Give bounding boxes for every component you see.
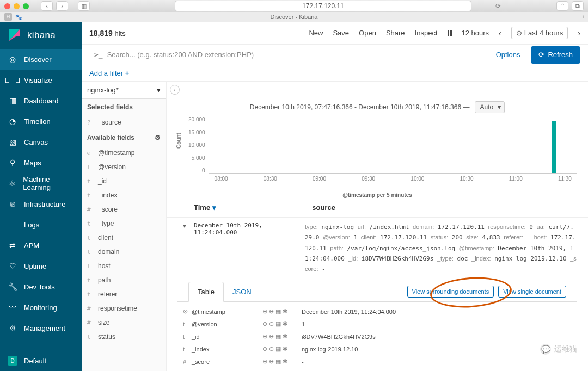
reload-icon[interactable]: ⟳ (495, 2, 501, 10)
wrench-icon: 🔧 (8, 282, 17, 292)
sidebar-item-dashboard[interactable]: ▦Dashboard (0, 90, 82, 111)
sidebar-item-infrastructure[interactable]: ⎚Infrastructure (0, 194, 82, 214)
time-prev-button[interactable]: ‹ (499, 29, 501, 38)
field-host[interactable]: thost (82, 259, 166, 273)
field-responsetime[interactable]: #responsetime (82, 301, 166, 316)
zoom-in-icon[interactable]: ⊕ (262, 345, 267, 353)
zoom-in-icon[interactable]: ⊕ (262, 320, 267, 327)
search-input[interactable]: >_ Search... (e.g. status:200 AND extens… (89, 47, 485, 63)
field-version[interactable]: t@version (82, 160, 166, 174)
new-action[interactable]: New (309, 29, 323, 37)
tabs-icon[interactable]: ⧉ (572, 1, 584, 11)
share-action[interactable]: Share (386, 29, 405, 37)
toggle-column-icon[interactable]: ▦ (275, 333, 281, 340)
inspect-action[interactable]: Inspect (415, 29, 438, 37)
pause-icon[interactable] (448, 30, 452, 36)
field-status[interactable]: tstatus (82, 330, 166, 344)
zoom-out-icon[interactable]: ⊖ (269, 320, 274, 327)
save-action[interactable]: Save (333, 29, 349, 37)
field-referer[interactable]: treferer (82, 287, 166, 301)
options-link[interactable]: Options (491, 51, 526, 59)
collapse-sidebar-button[interactable]: ‹ (170, 85, 180, 95)
field-type-icon: t (87, 263, 94, 270)
field-path[interactable]: tpath (82, 273, 166, 287)
sort-desc-icon[interactable]: ▾ (212, 203, 216, 212)
paw-icon[interactable]: 🐾 (15, 14, 22, 20)
interval-selector[interactable]: Auto ▾ (475, 101, 505, 113)
sidebar-item-timelion[interactable]: ◔Timelion (0, 111, 82, 132)
toggle-column-icon[interactable]: ▦ (275, 358, 281, 365)
field-source[interactable]: ?_source (82, 115, 166, 129)
filter-icon[interactable]: ✱ (283, 333, 287, 340)
expand-row-button[interactable]: ▾ (183, 222, 191, 274)
index-pattern-selector[interactable]: nginx-log*▾ (82, 82, 166, 99)
zoom-out-icon[interactable]: ⊖ (269, 308, 274, 315)
field-score[interactable]: #_score (82, 202, 166, 217)
forward-button[interactable]: › (56, 1, 68, 11)
sidebar-item-discover[interactable]: ◎Discover (0, 49, 82, 70)
sidebar-item-machine-learning[interactable]: ⚛Machine Learning (0, 173, 82, 194)
toggle-column-icon[interactable]: ▦ (275, 345, 281, 353)
view-surrounding-button[interactable]: View surrounding documents (407, 286, 494, 298)
doc-time: December 10th 2019, 11:24:04.000 (191, 222, 305, 274)
close-window-icon[interactable] (4, 3, 10, 9)
field-id[interactable]: t_id (82, 174, 166, 188)
refresh-icon: ⟳ (538, 51, 544, 59)
open-action[interactable]: Open (359, 29, 376, 37)
column-source: _source (308, 203, 335, 212)
back-button[interactable]: ‹ (41, 1, 53, 11)
zoom-in-icon[interactable]: ⊕ (262, 333, 267, 340)
logo[interactable]: kibana (0, 22, 82, 49)
filter-icon[interactable]: ✱ (283, 308, 287, 315)
sidebar-item-dev-tools[interactable]: 🔧Dev Tools (0, 276, 82, 297)
extension-icon[interactable]: H (4, 13, 12, 21)
tab-json[interactable]: JSON (224, 282, 260, 301)
field-domain[interactable]: tdomain (82, 245, 166, 259)
tab-table[interactable]: Table (188, 282, 224, 302)
toggle-column-icon[interactable]: ▦ (275, 308, 281, 315)
sidebar-item-apm[interactable]: ⇄APM (0, 235, 82, 256)
histogram-bar[interactable] (552, 121, 556, 173)
zoom-out-icon[interactable]: ⊖ (269, 345, 274, 353)
new-tab-button[interactable]: + (581, 14, 585, 20)
zoom-out-icon[interactable]: ⊖ (269, 333, 274, 340)
toggle-column-icon[interactable]: ▦ (275, 320, 281, 327)
field-index[interactable]: t_index (82, 188, 166, 202)
time-next-button[interactable]: › (578, 29, 580, 38)
sidebar-item-canvas[interactable]: ▧Canvas (0, 132, 82, 152)
infra-icon: ⎚ (8, 199, 17, 209)
filter-icon[interactable]: ✱ (283, 345, 287, 353)
detail-field-timestamp: ⊙@timestamp⊕⊖▦✱December 10th 2019, 11:24… (183, 305, 572, 318)
time-amount[interactable]: 12 hours (462, 29, 489, 37)
refresh-button[interactable]: ⟳ Refresh (531, 46, 580, 64)
nav-label: Management (24, 324, 65, 332)
field-timestamp[interactable]: ⊙@timestamp (82, 146, 166, 160)
zoom-out-icon[interactable]: ⊖ (269, 358, 274, 365)
sidebar-item-monitoring[interactable]: 〰Monitoring (0, 297, 82, 318)
filter-icon[interactable]: ✱ (283, 320, 287, 327)
sidebar-toggle-icon[interactable]: ▥ (78, 1, 90, 11)
field-type[interactable]: t_type (82, 217, 166, 231)
filter-icon[interactable]: ✱ (283, 358, 287, 365)
maximize-window-icon[interactable] (23, 3, 29, 9)
url-bar[interactable]: 172.17.120.11⟳ (175, 1, 471, 11)
fields-panel: nginx-log*▾ Selected fields ?_source Ava… (82, 82, 167, 371)
sidebar-item-management[interactable]: ⚙Management (0, 318, 82, 338)
zoom-in-icon[interactable]: ⊕ (262, 308, 267, 315)
sidebar-item-logs[interactable]: ≣Logs (0, 214, 82, 235)
histogram-chart[interactable]: Count 20,00015,00010,0005,0000 08:0008:3… (167, 116, 588, 180)
share-icon[interactable]: ⇧ (556, 1, 568, 11)
sidebar-item-uptime[interactable]: ♡Uptime (0, 256, 82, 276)
view-single-button[interactable]: View single document (498, 286, 566, 298)
minimize-window-icon[interactable] (14, 3, 20, 9)
zoom-in-icon[interactable]: ⊕ (262, 358, 267, 365)
field-client[interactable]: tclient (82, 231, 166, 245)
column-time[interactable]: Time ▾ (194, 203, 308, 212)
sidebar-item-default[interactable]: D Default (0, 350, 82, 371)
time-picker[interactable]: ⊙ Last 4 hours (511, 27, 568, 39)
sidebar-item-visualize[interactable]: ⫍⫎Visualize (0, 70, 82, 90)
gear-icon[interactable]: ⚙ (155, 134, 161, 141)
field-size[interactable]: #size (82, 316, 166, 330)
add-filter-button[interactable]: Add a filter + (89, 69, 129, 77)
sidebar-item-maps[interactable]: ⚲Maps (0, 152, 82, 173)
